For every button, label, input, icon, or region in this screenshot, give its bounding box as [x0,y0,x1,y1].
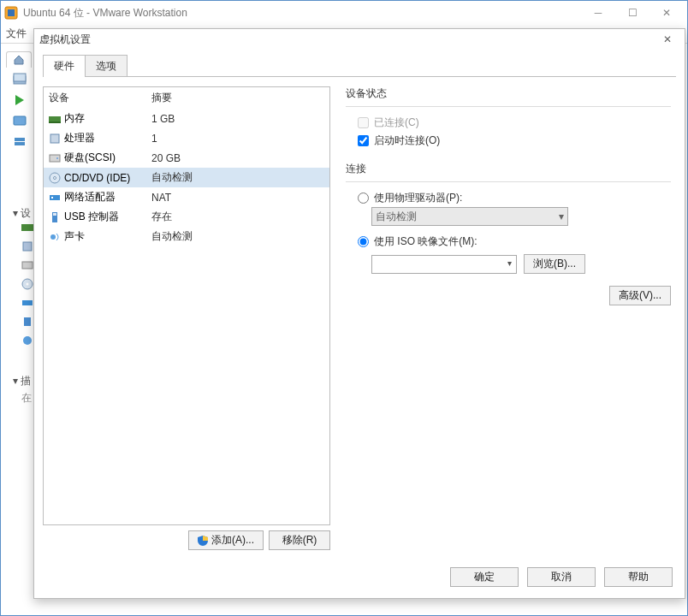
svg-rect-5 [14,116,26,125]
hardware-row[interactable]: CD/DVD (IDE)自动检测 [44,168,329,187]
memory-icon [49,113,61,125]
hw-summary: 存在 [151,210,172,224]
iso-path-input[interactable] [371,255,517,274]
svg-rect-24 [51,197,53,198]
svg-rect-18 [50,134,59,143]
hw-name: 声卡 [64,229,85,244]
svg-rect-23 [50,195,60,200]
svg-rect-14 [24,317,31,326]
left-toolbar [4,73,35,148]
settings-icon[interactable] [13,134,27,148]
menu-file[interactable]: 文件 [6,27,27,41]
help-button[interactable]: 帮助 [604,567,673,587]
close-button[interactable]: ✕ [649,3,684,23]
svg-point-20 [56,157,58,159]
tab-home[interactable] [6,51,32,68]
section-desc: ▾ 描 [13,374,31,388]
device-status-title: 设备状态 [346,86,671,101]
svg-rect-19 [50,155,60,162]
use-physical-input[interactable] [358,192,369,204]
hardware-row[interactable]: 声卡自动检测 [44,227,329,246]
library-icon[interactable] [13,73,27,86]
cancel-button[interactable]: 取消 [527,567,596,587]
hw-summary: 1 GB [151,113,175,125]
svg-point-22 [54,176,56,179]
svg-rect-13 [22,300,33,305]
chevron-down-icon: ▾ [559,210,564,222]
use-iso-radio[interactable]: 使用 ISO 映像文件(M): [346,233,671,251]
advanced-row: 高级(V)... [346,286,671,305]
hw-summary: 20 GB [151,152,181,164]
dialog-body: 设备 摘要 内存1 GB处理器1硬盘(SCSI)20 GBCD/DVD (IDE… [34,78,685,559]
connected-checkbox: 已连接(C) [346,114,671,132]
svg-rect-26 [53,213,56,216]
mem-icon [21,222,33,234]
add-hardware-button[interactable]: 添加(A)... [188,530,264,550]
cd-icon [21,278,33,290]
hardware-row[interactable]: 硬盘(SCSI)20 GB [44,148,329,168]
play-icon[interactable] [13,93,27,107]
maximize-button[interactable]: ☐ [615,3,649,23]
uac-shield-icon [198,536,208,546]
hardware-row[interactable]: 处理器1 [44,128,329,148]
dialog-tabs: 硬件 选项 [43,55,676,77]
connection-group: 连接 使用物理驱动器(P): 自动检测 ▾ 使用 ISO 映像文件(M): [346,162,671,305]
advanced-button[interactable]: 高级(V)... [609,286,671,305]
hardware-pane: 设备 摘要 内存1 GB处理器1硬盘(SCSI)20 GBCD/DVD (IDE… [43,86,330,550]
at-label: 在 [21,391,32,406]
svg-rect-7 [15,142,25,145]
hdd-icon [49,152,61,164]
hw-summary: NAT [151,192,171,204]
ok-button[interactable]: 确定 [450,567,519,587]
left-device-icons [21,222,33,346]
dialog-close-button[interactable]: ✕ [655,33,679,45]
nic-icon [21,297,33,309]
svg-rect-6 [15,138,25,141]
svg-rect-10 [22,262,33,269]
dialog-titlebar: 虚拟机设置 ✕ [34,29,685,50]
device-status-group: 设备状态 已连接(C) 启动时连接(O) [346,86,671,150]
svg-point-12 [27,283,29,286]
home-icon [14,55,24,65]
physical-drive-combo: 自动检测 ▾ [371,207,568,226]
hardware-row[interactable]: 网络适配器NAT [44,187,329,207]
tab-hardware[interactable]: 硬件 [43,55,86,77]
tab-options[interactable]: 选项 [85,55,128,77]
use-physical-radio[interactable]: 使用物理驱动器(P): [346,189,671,207]
svg-rect-1 [8,9,15,16]
hdd-icon [21,259,33,271]
connect-at-poweron-checkbox[interactable]: 启动时连接(O) [346,132,671,150]
settings-pane: 设备状态 已连接(C) 启动时连接(O) 连接 使用物理驱动器(P): [341,86,676,550]
minimize-button[interactable]: ─ [581,3,615,23]
svg-rect-17 [49,121,61,123]
use-iso-input[interactable] [358,236,369,247]
hardware-row[interactable]: USB 控制器存在 [44,207,329,227]
hardware-header: 设备 摘要 [44,87,329,109]
sound-icon [49,231,61,243]
hardware-list[interactable]: 设备 摘要 内存1 GB处理器1硬盘(SCSI)20 GBCD/DVD (IDE… [43,86,330,525]
snapshot-icon[interactable] [13,114,27,127]
svg-rect-8 [21,224,33,231]
hw-name: 硬盘(SCSI) [64,151,116,165]
hw-name: CD/DVD (IDE) [64,172,130,184]
connect-at-poweron-input[interactable] [358,135,369,146]
iso-path-row: 浏览(B)... [371,254,671,274]
dialog-tabline [43,76,676,77]
svg-rect-16 [49,116,61,121]
connected-input [358,117,369,128]
browse-button[interactable]: 浏览(B)... [524,254,585,274]
remove-hardware-button[interactable]: 移除(R) [269,530,330,550]
hw-summary: 自动检测 [151,229,193,244]
vmware-icon [4,6,18,20]
hw-name: 处理器 [64,131,95,145]
cd-icon [49,172,61,184]
section-devices: ▾ 设 [13,206,31,221]
svg-rect-4 [14,74,26,81]
hardware-row[interactable]: 内存1 GB [44,109,329,128]
col-device: 设备 [49,91,151,105]
snd-icon [21,335,33,346]
hw-name: 内存 [64,111,85,126]
main-titlebar: Ubuntu 64 位 - VMware Workstation ─ ☐ ✕ [1,1,687,25]
hw-name: USB 控制器 [64,210,119,224]
col-summary: 摘要 [151,91,172,105]
